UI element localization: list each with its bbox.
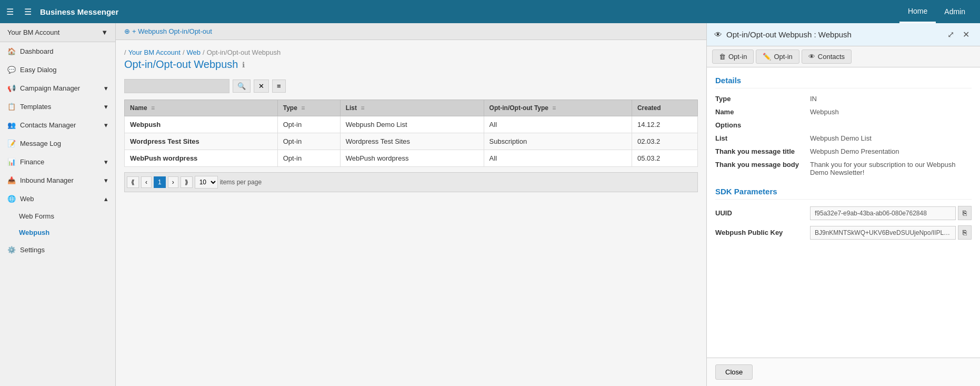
last-page-button[interactable]: ⟫ (181, 176, 193, 188)
col-list: List ≡ (340, 100, 484, 116)
breadcrumb-separator: / (124, 48, 126, 56)
search-button[interactable]: 🔍 (233, 80, 251, 93)
main-layout: Your BM Account ▼ 🏠 Dashboard 💬 Easy Dia… (0, 23, 980, 386)
contacts-manager-icon: 👥 (7, 121, 16, 129)
search-input[interactable] (124, 79, 229, 93)
col-opt-type: Opt-in/Opt-out Type ≡ (484, 100, 632, 116)
page-1-button[interactable]: 1 (154, 176, 166, 188)
nav-link-home[interactable]: Home (899, 0, 936, 23)
panel-tab-edit[interactable]: ✏️ Opt-in (756, 50, 799, 64)
sidebar-label-campaign-manager: Campaign Manager (20, 84, 80, 92)
clear-button[interactable]: ✕ (254, 80, 269, 93)
chevron-right-icon-finance: ▾ (104, 158, 108, 166)
sidebar-label-easy-dialog: Easy Dialog (20, 66, 56, 74)
detail-type-value: IN (810, 95, 972, 103)
sdk-uuid-field: UUID ⎘ (715, 206, 972, 220)
detail-name-label: Name (715, 108, 810, 116)
col-type-label: Type (283, 104, 297, 112)
hamburger-icon[interactable]: ☰ (6, 7, 14, 17)
sidebar-item-campaign-manager[interactable]: 📢 Campaign Manager ▾ (0, 79, 115, 97)
search-bar: 🔍 ✕ ≡ (124, 79, 698, 93)
row1-list: Webpush Demo List (340, 116, 484, 133)
row2-type: Opt-in (277, 133, 340, 150)
sdk-uuid-input[interactable] (810, 206, 956, 220)
table-row[interactable]: Webpush Opt-in Webpush Demo List All 14.… (125, 116, 698, 133)
detail-options-value (810, 121, 972, 129)
sidebar-item-settings[interactable]: ⚙️ Settings (0, 241, 115, 259)
detail-thank-you-body: Thank you message body Thank you for you… (715, 161, 972, 176)
detail-thank-you-title: Thank you message title Webpush Demo Pre… (715, 147, 972, 155)
inbound-manager-icon: 📥 (7, 176, 16, 184)
detail-name-value: Webpush (810, 108, 972, 116)
expand-button[interactable]: ⤢ (944, 28, 957, 41)
sidebar-subitem-web-forms[interactable]: Web Forms (0, 208, 115, 224)
chevron-right-icon-inbound: ▾ (104, 176, 108, 184)
nav-link-admin[interactable]: Admin (936, 0, 974, 23)
chevron-right-icon-contacts: ▾ (104, 121, 108, 129)
easy-dialog-icon: 💬 (7, 66, 16, 74)
detail-ty-title-label: Thank you message title (715, 147, 810, 155)
web-icon: 🌐 (7, 195, 16, 203)
col-type-icon[interactable]: ≡ (301, 104, 305, 112)
col-name-icon[interactable]: ≡ (151, 104, 155, 112)
eye-icon: 👁 (714, 30, 722, 39)
close-panel-button[interactable]: ✕ (959, 28, 973, 41)
col-list-icon[interactable]: ≡ (361, 104, 364, 112)
page-size-selector[interactable]: 10 25 50 (195, 176, 218, 189)
table-row[interactable]: WebPush wordpress Opt-in WebPush wordpre… (125, 150, 698, 167)
col-list-label: List (346, 104, 357, 112)
first-page-button[interactable]: ⟪ (127, 176, 139, 188)
breadcrumb-account[interactable]: Your BM Account (128, 48, 181, 56)
sidebar-item-finance[interactable]: 📊 Finance ▾ (0, 153, 115, 171)
brand-label: Business Messenger (40, 7, 118, 16)
details-section-title: Details (715, 76, 972, 88)
detail-ty-title-value: Webpush Demo Presentation (810, 147, 972, 155)
col-type: Type ≡ (277, 100, 340, 116)
sidebar-label-inbound-manager: Inbound Manager (20, 176, 74, 184)
info-icon[interactable]: ℹ (242, 61, 245, 69)
detail-ty-body-label: Thank you message body (715, 161, 810, 176)
add-webpush-button[interactable]: ⊕ + Webpush Opt-in/Opt-out (124, 27, 212, 35)
sidebar-item-easy-dialog[interactable]: 💬 Easy Dialog (0, 61, 115, 79)
row2-list: Wordpress Test Sites (340, 133, 484, 150)
copy-public-key-button[interactable]: ⎘ (958, 225, 972, 240)
panel-title-text: Opt-in/Opt-out Webpush : Webpush (726, 30, 852, 39)
sdk-public-key-input[interactable] (810, 226, 956, 240)
trash-icon: 🗑 (719, 53, 726, 61)
panel-content: Details Type IN Name Webpush Options Lis… (707, 67, 980, 358)
detail-type: Type IN (715, 95, 972, 103)
col-opt-type-icon[interactable]: ≡ (552, 104, 556, 112)
sidebar-item-contacts-manager[interactable]: 👥 Contacts Manager ▾ (0, 116, 115, 134)
sidebar-item-templates[interactable]: 📋 Templates ▾ (0, 97, 115, 116)
detail-list-value: Webpush Demo List (810, 134, 972, 142)
chevron-right-icon-templates: ▾ (104, 103, 108, 111)
panel-actions: ⤢ ✕ (944, 28, 973, 41)
next-page-button[interactable]: › (168, 176, 178, 188)
sidebar-label-message-log: Message Log (20, 140, 61, 147)
row3-created: 05.03.2 (632, 150, 697, 167)
data-table: Name ≡ Type ≡ List ≡ Opt-in/Opt-out Ty (124, 100, 698, 167)
sidebar-subitem-webpush[interactable]: Webpush (0, 224, 115, 241)
close-button[interactable]: Close (715, 364, 753, 380)
col-created: Created (632, 100, 697, 116)
col-created-label: Created (637, 104, 661, 112)
prev-page-button[interactable]: ‹ (141, 176, 152, 188)
filter-button[interactable]: ≡ (272, 80, 286, 93)
content-area: ⊕ + Webpush Opt-in/Opt-out / Your BM Acc… (116, 23, 706, 386)
account-selector[interactable]: Your BM Account ▼ (0, 23, 115, 42)
panel-tab-contacts[interactable]: 👁 Contacts (802, 50, 852, 64)
table-row[interactable]: Wordpress Test Sites Opt-in Wordpress Te… (125, 133, 698, 150)
breadcrumb-web[interactable]: Web (187, 48, 201, 56)
row2-name: Wordpress Test Sites (125, 133, 278, 150)
sidebar-item-message-log[interactable]: 📝 Message Log (0, 134, 115, 153)
sidebar-label-finance: Finance (20, 158, 44, 166)
list-icon[interactable]: ☰ (24, 7, 32, 17)
panel-tabs: 🗑 Opt-in ✏️ Opt-in 👁 Contacts (707, 46, 980, 67)
sidebar-item-inbound-manager[interactable]: 📥 Inbound Manager ▾ (0, 171, 115, 190)
row1-opt-type: All (484, 116, 632, 133)
sidebar-item-dashboard[interactable]: 🏠 Dashboard (0, 42, 115, 61)
panel-tab-delete[interactable]: 🗑 Opt-in (712, 50, 754, 64)
edit-icon: ✏️ (763, 53, 771, 61)
copy-uuid-button[interactable]: ⎘ (958, 206, 972, 220)
sidebar-item-web[interactable]: 🌐 Web ▴ (0, 190, 115, 208)
